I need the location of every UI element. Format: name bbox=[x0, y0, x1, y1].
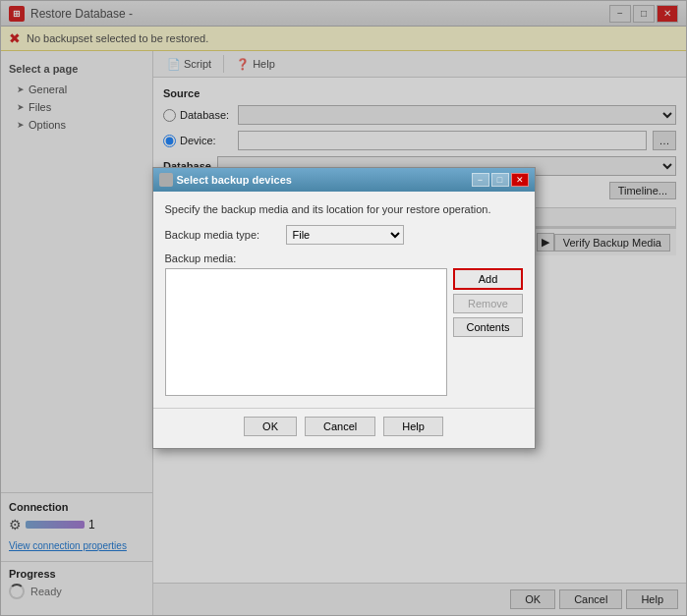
dialog-title-bar: Select backup devices − □ ✕ bbox=[153, 168, 535, 192]
dialog-maximize-button[interactable]: □ bbox=[491, 173, 509, 187]
dialog-icon bbox=[159, 173, 173, 187]
dialog-title-left: Select backup devices bbox=[159, 173, 292, 187]
backup-media-list[interactable] bbox=[165, 268, 448, 396]
dialog-title-controls: − □ ✕ bbox=[472, 173, 529, 187]
main-window: ⊞ Restore Database - − □ ✕ ✖ No backupse… bbox=[0, 0, 687, 616]
remove-media-button[interactable]: Remove bbox=[453, 294, 522, 313]
backup-media-type-row: Backup media type: File Tape URL bbox=[165, 225, 523, 245]
dialog-title-text: Select backup devices bbox=[177, 174, 292, 186]
select-backup-devices-dialog: Select backup devices − □ ✕ Specify the … bbox=[152, 167, 536, 449]
media-buttons: Add Remove Contents bbox=[453, 268, 522, 396]
dialog-close-button[interactable]: ✕ bbox=[511, 173, 529, 187]
dialog-overlay: Select backup devices − □ ✕ Specify the … bbox=[1, 1, 686, 615]
dialog-footer: OK Cancel Help bbox=[153, 408, 535, 448]
dialog-cancel-button[interactable]: Cancel bbox=[305, 417, 375, 436]
backup-media-type-select[interactable]: File Tape URL bbox=[286, 225, 404, 245]
dialog-description: Specify the backup media and its locatio… bbox=[165, 203, 523, 215]
dialog-ok-button[interactable]: OK bbox=[244, 417, 297, 436]
add-media-button[interactable]: Add bbox=[453, 268, 522, 290]
backup-media-type-label: Backup media type: bbox=[165, 229, 278, 241]
dialog-body: Specify the backup media and its locatio… bbox=[153, 192, 535, 408]
backup-media-label: Backup media: bbox=[165, 252, 523, 264]
dialog-minimize-button[interactable]: − bbox=[472, 173, 489, 187]
backup-media-area: Add Remove Contents bbox=[165, 268, 523, 396]
contents-button[interactable]: Contents bbox=[453, 317, 522, 337]
dialog-help-button[interactable]: Help bbox=[383, 417, 443, 436]
